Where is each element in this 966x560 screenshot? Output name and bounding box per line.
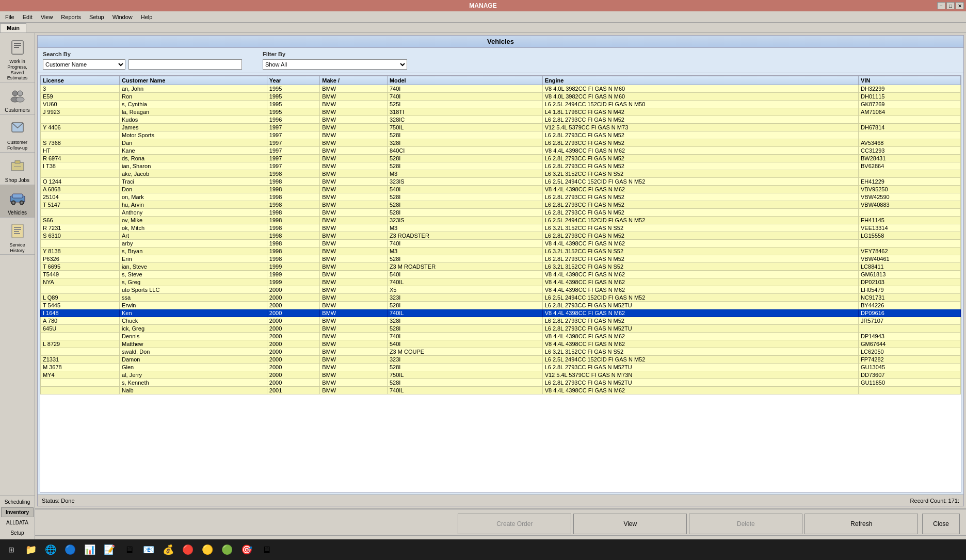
col-make[interactable]: Make / [320,76,388,85]
table-row[interactable]: Z1331Damon2000BMW323IL6 2.5L 2494CC 152C… [41,356,961,364]
cell-model: M3 [387,170,542,178]
menu-setup[interactable]: Setup [86,13,107,21]
maximize-button[interactable]: □ [946,2,955,9]
table-row[interactable]: Y 4406James1997BMW750ILV12 5.4L 5379CC F… [41,124,961,131]
close-button[interactable]: Close [922,514,960,534]
view-button[interactable]: View [573,514,687,534]
table-row[interactable]: I 1648Ken2000BMW740ILV8 4.4L 4398CC FI G… [41,309,961,317]
table-row[interactable]: 25104on, Mark1998BMW528IL6 2.8L 2793CC F… [41,193,961,201]
table-row[interactable]: Dennis2000BMW740IV8 4.4L 4398CC FI GAS N… [41,333,961,340]
sidebar-item-customer-followup[interactable]: CustomerFollow-up [0,115,35,153]
taskbar-ie[interactable]: 🌐 [41,540,60,559]
cell-vin: LC62050 [859,348,961,356]
sidebar-item-customers[interactable]: Customers [0,83,35,115]
table-row[interactable]: P6326Erin1998BMW528IL6 2.8L 2793CC FI GA… [41,255,961,263]
taskbar-word[interactable]: 📝 [100,540,119,559]
col-license[interactable]: License [41,76,120,85]
table-row[interactable]: T5449s, Steve1999BMW540IV8 4.4L 4398CC F… [41,271,961,278]
table-row[interactable]: VU60s, Cynthia1995BMW525IL6 2.5L 2494CC … [41,101,961,108]
create-order-button[interactable]: Create Order [458,514,571,534]
table-row[interactable]: E59Ron1995BMW740IV8 4.0L 3982CC FI GAS N… [41,93,961,101]
table-row[interactable]: L 8729Matthew2000BMW540IV8 4.4L 4398CC F… [41,340,961,348]
refresh-button[interactable]: Refresh [804,514,918,534]
sidebar-item-work-in-progress[interactable]: Work inProgress,SavedEstimates [0,34,35,83]
taskbar-app5[interactable]: 🎯 [237,540,256,559]
sidebar-item-service-history[interactable]: ServiceHistory [0,218,35,255]
table-row[interactable]: S 6310Art1998BMWZ3 ROADSTERL6 2.8L 2793C… [41,232,961,240]
table-row[interactable]: Motor Sports1997BMW528IL6 2.8L 2793CC FI… [41,131,961,139]
table-row[interactable]: T 5445Erwin2000BMW528IL6 2.8L 2793CC FI … [41,302,961,309]
taskbar-app1[interactable]: 🖥 [120,540,138,559]
table-row[interactable]: arby1998BMW740IV8 4.4L 4398CC FI GAS N M… [41,240,961,248]
cell-make: BMW [320,309,388,317]
main-tab[interactable]: Main [0,23,26,32]
tab-setup[interactable]: Setup [1,528,34,538]
table-row[interactable]: swald, Don2000BMWZ3 M COUPEL6 3.2L 3152C… [41,348,961,356]
taskbar-excel[interactable]: 📊 [81,540,99,559]
tab-inventory[interactable]: Inventory [1,507,34,517]
table-row[interactable]: MY4al, Jerry2000BMW750ILV12 5.4L 5379CC … [41,371,961,379]
cell-engine: V8 4.0L 3982CC FI GAS N M60 [542,93,858,101]
table-row[interactable]: L Q89ssa2000BMW323IL6 2.5L 2494CC 152CID… [41,294,961,302]
table-row[interactable]: R 6974ds, Rona1997BMW528IL6 2.8L 2793CC … [41,155,961,162]
taskbar-chrome[interactable]: 🔵 [61,540,79,559]
cell-model: M3 [387,224,542,232]
table-row[interactable]: Anthony1998BMW528IL6 2.8L 2793CC FI GAS … [41,209,961,217]
search-input[interactable] [128,59,242,70]
minimize-button[interactable]: − [937,2,945,9]
cell-vin [859,116,961,124]
table-row[interactable]: NYAs, Greg1999BMW740ILV8 4.4L 4398CC FI … [41,278,961,286]
table-row[interactable]: J 9923la, Reagan1995BMW318TIL4 1.8L 1796… [41,108,961,116]
col-customer-name[interactable]: Customer Name [119,76,267,85]
col-vin[interactable]: VIN [859,76,961,85]
col-year[interactable]: Year [267,76,320,85]
menu-view[interactable]: View [38,13,56,21]
table-row[interactable]: A 780Chuck2000BMW328IL6 2.8L 2793CC FI G… [41,317,961,325]
taskbar-outlook[interactable]: 📧 [139,540,158,559]
sidebar-item-vehicles[interactable]: Vehicles [0,185,35,218]
taskbar-quickbooks[interactable]: 💰 [159,540,178,559]
taskbar-app3[interactable]: 🟡 [198,540,217,559]
menu-file[interactable]: File [2,13,18,21]
sidebar-item-shop-jobs[interactable]: Shop Jobs [0,153,35,185]
table-row[interactable]: ake, Jacob1998BMWM3L6 3.2L 3152CC FI GAS… [41,170,961,178]
table-row[interactable]: O 1244Traci1998BMW323ISL6 2.5L 2494CC 15… [41,178,961,186]
table-row[interactable]: T 6695ian, Steve1999BMWZ3 M ROADSTERL6 3… [41,263,961,271]
taskbar-explorer[interactable]: 📁 [22,540,40,559]
table-row[interactable]: S 7368Dan1997BMW328IL6 2.8L 2793CC FI GA… [41,139,961,147]
tab-alldata[interactable]: ALLDATA [1,518,34,528]
cell-engine: L6 3.2L 3152CC FI GAS N S52 [542,248,858,255]
table-row[interactable]: Naib2001BMW740ILV8 4.4L 4398CC FI GAS N … [41,387,961,394]
table-row[interactable]: s, Kenneth2000BMW528IL6 2.8L 2793CC FI G… [41,379,961,387]
table-row[interactable]: A 6868Don1998BMW540IV8 4.4L 4398CC FI GA… [41,186,961,193]
table-row[interactable]: HTKane1997BMW840CIV8 4.4L 4398CC FI GAS … [41,147,961,155]
table-row[interactable]: Y 8138s, Bryan1998BMWM3L6 3.2L 3152CC FI… [41,248,961,255]
table-row[interactable]: uto Sports LLC2000BMWX5V8 4.4L 4398CC FI… [41,286,961,294]
vehicles-panel: Vehicles Search By Customer Name License… [37,35,964,506]
taskbar-start-button[interactable]: ⊞ [2,540,21,559]
table-row[interactable]: Kudos1996BMW328ICL6 2.8L 2793CC FI GAS N… [41,116,961,124]
table-row[interactable]: 3an, John1995BMW740IV8 4.0L 3982CC FI GA… [41,85,961,93]
taskbar-app4[interactable]: 🟢 [218,540,236,559]
col-engine[interactable]: Engine [542,76,858,85]
table-row[interactable]: S66ov, Mike1998BMW323ISL6 2.5L 2494CC 15… [41,217,961,224]
close-window-button[interactable]: ✕ [956,2,964,9]
filter-by-select[interactable]: Show All Active Inactive [263,59,407,70]
tab-scheduling[interactable]: Scheduling [1,497,34,507]
table-row[interactable]: R 7231ok, Mitch1998BMWM3L6 3.2L 3152CC F… [41,224,961,232]
cell-vin: BW28431 [859,155,961,162]
menu-window[interactable]: Window [109,13,136,21]
col-model[interactable]: Model [387,76,542,85]
cell-customer: Kudos [119,116,267,124]
taskbar-app2[interactable]: 🔴 [179,540,197,559]
menu-edit[interactable]: Edit [20,13,36,21]
search-by-select[interactable]: Customer Name License VIN Make Model [43,59,125,70]
menu-reports[interactable]: Reports [58,13,84,21]
table-row[interactable]: I T38ian, Sharon1997BMW528IL6 2.8L 2793C… [41,162,961,170]
taskbar-app6[interactable]: 🖥 [257,540,276,559]
menu-help[interactable]: Help [138,13,156,21]
delete-button[interactable]: Delete [689,514,802,534]
table-row[interactable]: T 5147hu, Arvin1998BMW528IL6 2.8L 2793CC… [41,201,961,209]
table-row[interactable]: 645Uick, Greg2000BMW528IL6 2.8L 2793CC F… [41,325,961,333]
table-row[interactable]: M 3678Glen2000BMW528IL6 2.8L 2793CC FI G… [41,364,961,371]
